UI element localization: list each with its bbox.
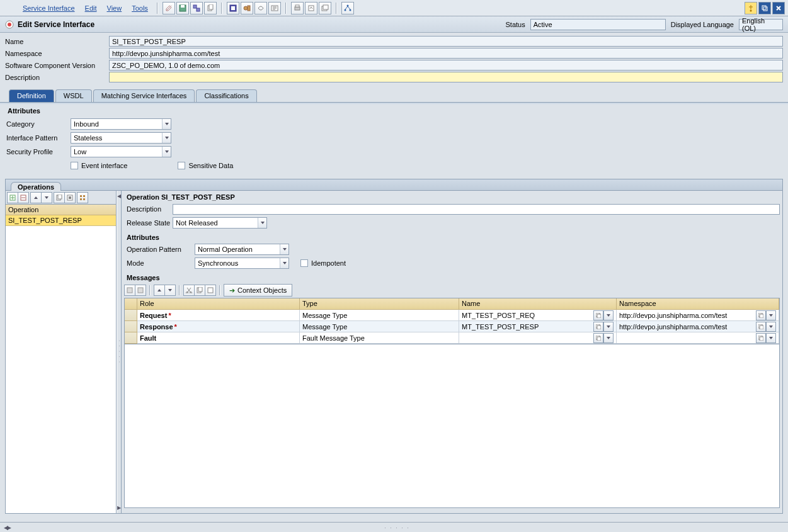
toolbar-save-icon[interactable]	[176, 2, 189, 14]
value-help-icon[interactable]	[593, 322, 603, 332]
col-type[interactable]: Type	[300, 298, 459, 310]
description-field[interactable]	[109, 72, 783, 82]
op-down-button[interactable]	[41, 192, 52, 203]
mode-combo[interactable]: Synchronous	[195, 258, 289, 269]
cell-namespace[interactable]	[617, 332, 779, 344]
toolbar-print-icon[interactable]	[291, 2, 304, 14]
msg-copy-button[interactable]	[194, 285, 205, 296]
msg-cut-button[interactable]	[183, 285, 195, 296]
toolbar-test-icon[interactable]	[268, 2, 281, 14]
tab-definition[interactable]: Definition	[9, 89, 54, 102]
value-help-icon[interactable]	[756, 333, 766, 343]
svg-rect-29	[69, 196, 71, 199]
cell-name[interactable]: MT_TEST_POST_REQ	[459, 310, 617, 321]
event-interface-checkbox[interactable]	[71, 162, 78, 169]
value-help-icon[interactable]	[756, 322, 766, 332]
svg-rect-15	[323, 5, 328, 9]
dropdown-icon[interactable]	[603, 333, 614, 343]
sensitive-data-checkbox[interactable]	[178, 162, 185, 169]
statusbar-grip-icon[interactable]: · · · · ·	[384, 524, 410, 531]
svg-rect-46	[597, 325, 601, 329]
cell-name[interactable]	[459, 332, 617, 344]
cell-namespace[interactable]: http://devpo.junshipharma.com/test	[617, 321, 779, 332]
toolbar-edit-icon[interactable]	[163, 2, 175, 14]
op-pattern-combo[interactable]: Normal Operation	[195, 244, 289, 255]
statusbar-arrows-icon[interactable]: ◀▶	[4, 524, 10, 531]
category-combo[interactable]: Inbound	[71, 118, 171, 130]
cell-namespace[interactable]: http://devpo.junshipharma.com/test	[617, 310, 779, 321]
security-profile-combo[interactable]: Low	[71, 146, 171, 157]
operation-row[interactable]: SI_TEST_POST_RESP	[6, 215, 116, 226]
menu-tools[interactable]: Tools	[127, 3, 153, 14]
header-form: Name SI_TEST_POST_RESP Namespace http://…	[0, 33, 788, 88]
svg-rect-1	[181, 5, 185, 8]
idempotent-checkbox[interactable]	[300, 259, 308, 267]
msg-down-button[interactable]	[164, 285, 176, 296]
op-desc-field[interactable]	[173, 204, 780, 215]
splitter-handle[interactable]: ◀ · · · · · ▶	[117, 191, 122, 513]
op-paste-button[interactable]	[64, 192, 76, 203]
menu-view[interactable]: View	[102, 3, 127, 14]
cell-type[interactable]: Fault Message Type	[300, 332, 459, 344]
value-help-icon[interactable]	[593, 333, 603, 343]
svg-rect-42	[597, 314, 601, 318]
svg-rect-3	[197, 8, 200, 11]
op-up-button[interactable]	[30, 192, 42, 203]
grid-row[interactable]: Response*Message TypeMT_TEST_POST_RESPht…	[125, 321, 779, 332]
toolbar-check-icon[interactable]	[241, 2, 253, 14]
toolbar-link-icon[interactable]	[254, 2, 267, 14]
tab-matching[interactable]: Matching Service Interfaces	[93, 89, 195, 102]
menu-service-interface[interactable]: Service Interface	[18, 3, 80, 14]
toolbar-restore-icon[interactable]	[758, 2, 771, 14]
dropdown-icon[interactable]	[766, 310, 776, 320]
op-attributes-section: Attributes	[124, 230, 780, 242]
col-name[interactable]: Name	[459, 298, 617, 310]
page-header: Edit Service Interface Status Active Dis…	[0, 16, 788, 33]
toolbar-copy-icon[interactable]	[204, 2, 217, 14]
menu-edit[interactable]: Edit	[80, 3, 102, 14]
msg-remove-button[interactable]	[135, 285, 146, 296]
grid-select-header[interactable]	[125, 298, 137, 310]
col-namespace[interactable]: Namespace	[617, 298, 779, 310]
page-title: Edit Service Interface	[18, 20, 94, 29]
grid-row[interactable]: Request*Message TypeMT_TEST_POST_REQhttp…	[125, 310, 779, 321]
scv-field[interactable]: ZSC_PO_DEMO, 1.0 of demo.com	[109, 60, 783, 71]
op-copy-button[interactable]	[54, 192, 65, 203]
tab-wsdl[interactable]: WSDL	[55, 89, 92, 102]
release-state-combo[interactable]: Not Released	[173, 217, 267, 229]
name-field[interactable]: SI_TEST_POST_RESP	[109, 36, 783, 47]
op-remove-button[interactable]	[18, 192, 29, 203]
dropdown-icon[interactable]	[766, 322, 776, 332]
svg-rect-32	[80, 198, 82, 200]
grid-row-selector[interactable]	[125, 310, 137, 321]
grid-row-selector[interactable]	[125, 321, 137, 332]
toolbar-cube-icon[interactable]	[190, 2, 203, 14]
msg-paste-button[interactable]	[205, 285, 216, 296]
grid-row[interactable]: FaultFault Message Type	[125, 332, 779, 344]
col-role[interactable]: Role	[137, 298, 300, 310]
tab-classifications[interactable]: Classifications	[196, 89, 256, 102]
context-objects-button[interactable]: ➔ Context Objects	[224, 284, 292, 297]
toolbar-export-icon[interactable]	[305, 2, 317, 14]
cell-name[interactable]: MT_TEST_POST_RESP	[459, 321, 617, 332]
dropdown-icon[interactable]	[766, 333, 776, 343]
msg-add-button[interactable]	[124, 285, 135, 296]
toolbar-close-icon[interactable]	[772, 2, 785, 14]
toolbar-hierarchy-icon[interactable]	[341, 2, 354, 14]
value-help-icon[interactable]	[593, 310, 603, 320]
interface-pattern-combo[interactable]: Stateless	[71, 132, 171, 144]
toolbar-session-icon[interactable]	[319, 2, 331, 14]
toolbar-where-used-icon[interactable]	[227, 2, 239, 14]
value-help-icon[interactable]	[756, 310, 766, 320]
op-settings-button[interactable]	[77, 192, 88, 203]
dropdown-icon[interactable]	[603, 322, 614, 332]
cell-type[interactable]: Message Type	[300, 321, 459, 332]
op-add-button[interactable]	[7, 192, 18, 203]
cell-type[interactable]: Message Type	[300, 310, 459, 321]
dropdown-icon[interactable]	[603, 310, 614, 320]
namespace-field[interactable]: http://devpo.junshipharma.com/test	[109, 48, 783, 59]
msg-up-button[interactable]	[154, 285, 165, 296]
toolbar-pin-icon[interactable]	[745, 2, 757, 14]
grid-row-selector[interactable]	[125, 332, 137, 344]
lang-value[interactable]: English (OL)	[739, 19, 783, 30]
